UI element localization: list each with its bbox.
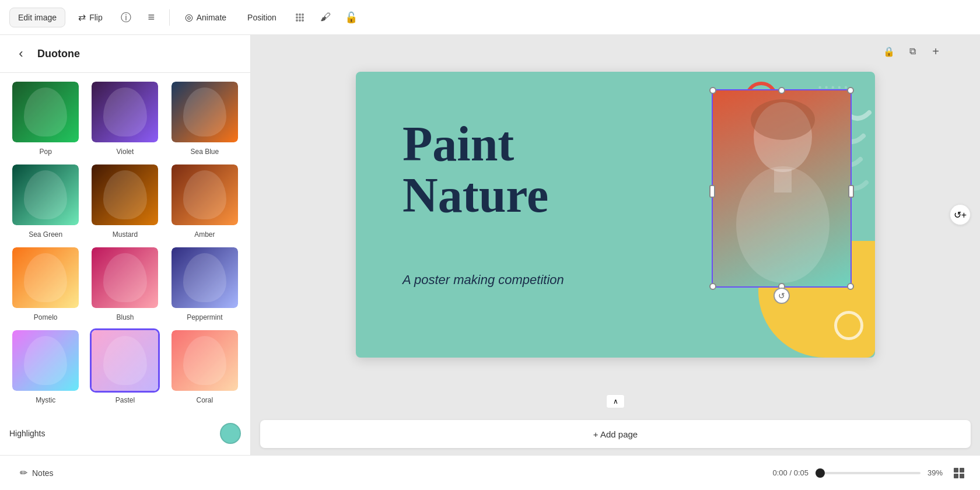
edit-image-label: Edit image xyxy=(18,13,57,22)
filter-label-mustard: Mustard xyxy=(113,230,138,239)
filter-thumb-seablue[interactable] xyxy=(170,80,240,144)
svg-point-0 xyxy=(296,13,298,16)
playback-track[interactable] xyxy=(816,472,921,474)
filter-item-pop[interactable]: Pop xyxy=(9,80,82,156)
grid-pattern-icon xyxy=(294,12,306,23)
filter-item-blush[interactable]: Blush xyxy=(89,246,161,321)
filter-label-peppermint: Peppermint xyxy=(187,313,222,321)
add-page-label: + Add page xyxy=(593,429,638,439)
filter-label-seablue: Sea Blue xyxy=(190,148,219,156)
add-page-button[interactable]: + Add page xyxy=(260,420,971,448)
lock-canvas-button[interactable]: 🔒 xyxy=(880,42,898,61)
paint-icon: 🖌 xyxy=(320,11,331,23)
selected-image-container[interactable]: ↺ xyxy=(712,89,852,288)
filter-item-seagreen[interactable]: Sea Green xyxy=(9,163,82,239)
filter-thumb-peppermint[interactable] xyxy=(170,246,240,310)
lock-button[interactable]: 🔓 xyxy=(341,7,362,28)
highlights-color-picker[interactable] xyxy=(220,423,241,444)
expand-canvas-button[interactable]: + xyxy=(926,42,945,61)
refresh-ai-icon: ↺+ xyxy=(954,209,967,220)
svg-point-13 xyxy=(825,86,827,88)
filter-item-coral[interactable]: Coral xyxy=(169,328,241,404)
card-title-line1: Paint xyxy=(402,118,548,170)
copy-canvas-button[interactable]: ⧉ xyxy=(903,42,922,61)
panel-header: ‹ Duotone xyxy=(0,35,250,73)
filter-thumb-mustard[interactable] xyxy=(90,163,160,227)
svg-point-30 xyxy=(751,99,815,140)
card-title: Paint Nature xyxy=(402,118,548,221)
left-panel: ‹ Duotone Pop Violet xyxy=(0,35,251,455)
filter-thumb-coral[interactable] xyxy=(170,328,240,393)
white-circle-decoration xyxy=(834,311,863,340)
handle-middle-left[interactable] xyxy=(709,185,715,198)
notes-button[interactable]: ✏ Notes xyxy=(12,463,62,483)
info-icon: ⓘ xyxy=(121,10,131,24)
filter-item-seablue[interactable]: Sea Blue xyxy=(169,80,241,156)
svg-point-2 xyxy=(302,13,304,16)
filter-thumb-violet[interactable] xyxy=(90,80,160,144)
separator-1 xyxy=(169,9,170,26)
highlights-row: Highlights xyxy=(9,423,241,444)
filter-label-violet: Violet xyxy=(117,148,134,156)
svg-rect-33 xyxy=(954,468,958,473)
filter-item-pastel[interactable]: Pastel xyxy=(89,328,161,404)
handle-top-left[interactable] xyxy=(709,87,716,94)
zoom-level: 39% xyxy=(928,468,943,477)
filter-item-peppermint[interactable]: Peppermint xyxy=(169,246,241,321)
filter-item-pomelo[interactable]: Pomelo xyxy=(9,246,82,321)
svg-point-8 xyxy=(302,19,304,22)
edit-image-button[interactable]: Edit image xyxy=(9,8,65,27)
animate-button[interactable]: ◎ Animate xyxy=(177,7,235,27)
filter-label-seagreen: Sea Green xyxy=(29,230,62,239)
grid-view-button[interactable] xyxy=(950,464,968,482)
info-button[interactable]: ⓘ xyxy=(116,7,136,28)
rotate-handle[interactable]: ↺ xyxy=(774,288,790,304)
panel-back-button[interactable]: ‹ xyxy=(12,44,30,63)
handle-bottom-right[interactable] xyxy=(847,283,854,290)
svg-point-1 xyxy=(299,13,301,16)
filter-thumb-amber[interactable] xyxy=(170,163,240,227)
svg-rect-35 xyxy=(954,474,958,478)
svg-rect-34 xyxy=(960,468,964,473)
grid-pattern-button[interactable] xyxy=(289,7,310,28)
handle-top-middle[interactable] xyxy=(778,87,785,94)
filter-thumb-pastel[interactable] xyxy=(90,328,160,393)
handle-bottom-left[interactable] xyxy=(709,283,716,290)
playback-thumb[interactable] xyxy=(816,468,825,478)
menu-button[interactable]: ≡ xyxy=(141,7,162,28)
filter-item-violet[interactable]: Violet xyxy=(89,80,161,156)
filter-item-amber[interactable]: Amber xyxy=(169,163,241,239)
handle-top-right[interactable] xyxy=(847,87,854,94)
filter-thumb-pop[interactable] xyxy=(10,80,80,144)
filter-grid: Pop Violet Sea Blue xyxy=(9,80,241,404)
position-label: Position xyxy=(247,13,276,22)
filter-thumb-blush[interactable] xyxy=(90,246,160,310)
svg-point-6 xyxy=(296,19,298,22)
filter-thumb-mystic[interactable] xyxy=(10,328,80,393)
top-right-icons: 🔒 ⧉ + xyxy=(880,42,945,61)
handle-middle-right[interactable] xyxy=(848,185,854,198)
filter-thumb-seagreen[interactable] xyxy=(10,163,80,227)
filter-item-mystic[interactable]: Mystic xyxy=(9,328,82,404)
notes-pencil-icon: ✏ xyxy=(20,467,27,478)
flip-button[interactable]: ⇄ Flip xyxy=(70,7,111,27)
position-button[interactable]: Position xyxy=(239,8,285,27)
svg-point-15 xyxy=(838,86,841,88)
flip-icon: ⇄ xyxy=(78,12,86,23)
scroll-up-arrow[interactable]: ∧ xyxy=(606,394,625,408)
animate-label: Animate xyxy=(197,13,226,22)
svg-point-14 xyxy=(832,86,834,88)
card-title-line2: Nature xyxy=(402,170,548,221)
filter-label-mystic: Mystic xyxy=(36,396,55,404)
filter-item-mustard[interactable]: Mustard xyxy=(89,163,161,239)
highlights-label: Highlights xyxy=(9,429,62,438)
filter-thumb-pomelo[interactable] xyxy=(10,246,80,310)
svg-point-7 xyxy=(299,19,301,22)
time-display: 0:00 / 0:05 xyxy=(772,468,808,477)
paint-button[interactable]: 🖌 xyxy=(315,7,336,28)
panel-title: Duotone xyxy=(37,48,80,60)
svg-point-3 xyxy=(296,16,298,19)
refresh-ai-button[interactable]: ↺+ xyxy=(950,204,971,225)
svg-rect-36 xyxy=(960,474,964,478)
time-current: 0:00 xyxy=(772,468,787,477)
